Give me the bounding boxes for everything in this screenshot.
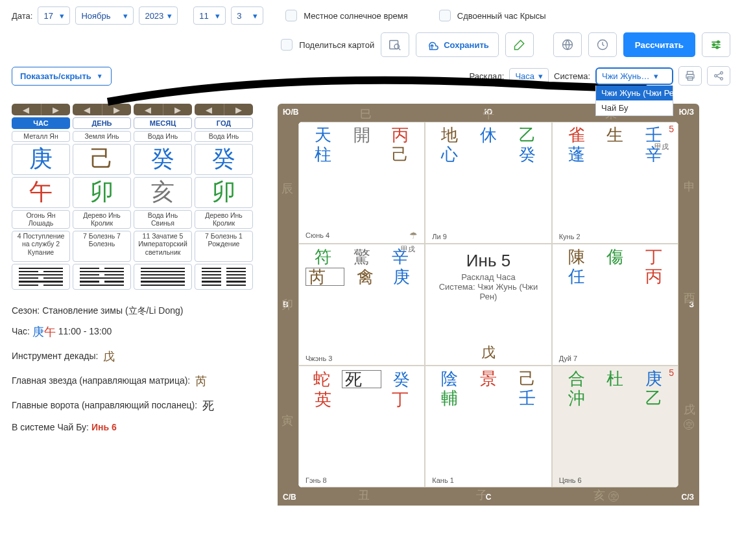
minute-select[interactable]: 3 — [231, 6, 263, 25]
pillar-notes: 11 Зачатие 5 Императорский светильник — [134, 231, 192, 262]
stem-char: 己 — [73, 144, 131, 175]
system-select[interactable]: Чжи Жунь… — [595, 67, 673, 85]
badge: 5 — [669, 124, 674, 134]
svg-point-4 — [717, 41, 719, 43]
day-select[interactable]: 17 — [38, 6, 70, 25]
svg-rect-0 — [390, 41, 398, 49]
pillar-header-hour[interactable]: ЧАС — [12, 117, 70, 129]
pillar-notes: 7 Болезнь 7 Болезнь — [73, 231, 131, 262]
hexagram — [73, 264, 131, 290]
guide-arrow — [121, 67, 461, 85]
system-option[interactable]: Чжи Жунь (Чжи Рен) — [596, 86, 673, 100]
print-icon-button[interactable] — [678, 66, 702, 86]
branch-char: 午 — [12, 177, 70, 208]
date-label: Дата: — [12, 11, 32, 21]
save-button-label: Сохранить — [444, 40, 489, 50]
stem-label: Металл Ян — [12, 131, 70, 142]
qimen-chart: Ю/В Ю/З С/В С/З В З Ю С 巳 午 未 丑 子 亥 空 辰 … — [278, 104, 699, 506]
chevron-down-icon — [253, 11, 257, 21]
pillar-next[interactable]: ▶ — [41, 104, 71, 115]
branch-label: Дерево Инь Кролик — [195, 210, 253, 229]
hexagram — [134, 264, 192, 290]
chevron-down-icon — [60, 11, 64, 21]
year-select[interactable]: 2023 — [139, 6, 178, 25]
hexagram — [12, 264, 70, 290]
share-icon-button[interactable] — [707, 66, 730, 86]
chevron-down-icon — [215, 11, 220, 21]
branch-char: 卯 — [195, 177, 253, 208]
svg-point-5 — [713, 43, 715, 45]
hour-select[interactable]: 11 — [193, 6, 226, 25]
hexagram — [195, 264, 253, 290]
branch-label: Дерево Инь Кролик — [73, 210, 131, 229]
info-panel: Сезон: Становление зимы (立冬/Li Dong) Час… — [12, 301, 258, 438]
svg-rect-7 — [688, 71, 693, 75]
system-option[interactable]: Чай Бу — [596, 100, 673, 115]
palace-kun[interactable]: 5 雀生壬 蓬辛甲戌 Кунь 2 — [552, 122, 678, 244]
palace-kan[interactable]: 陰景己 輔壬 Кань 1 — [425, 366, 551, 487]
branch-label: Огонь Ян Лошадь — [12, 210, 70, 229]
svg-point-6 — [716, 47, 718, 49]
double-rat-hour-checkbox[interactable]: Сдвоенный час Крысы — [439, 10, 546, 21]
palace-dui[interactable]: 陳傷丁 任丙 Дуй 7 — [552, 244, 678, 366]
stem-char: 癸 — [195, 144, 253, 175]
settings-icon-button[interactable] — [702, 32, 730, 57]
month-select[interactable]: Ноябрь — [75, 6, 134, 25]
share-map-checkbox[interactable]: Поделиться картой — [281, 39, 374, 51]
palace-xun[interactable]: 天開丙 柱己 Сюнь 4☂ — [298, 122, 425, 244]
edit-icon-button[interactable] — [505, 32, 534, 57]
save-button[interactable]: Сохранить — [416, 32, 499, 57]
branch-char: 卯 — [73, 177, 131, 208]
pillar-prev[interactable]: ◀ — [12, 104, 41, 115]
pillar-notes: 7 Болезнь 1 Рождение — [195, 231, 253, 262]
local-solar-time-checkbox[interactable]: Местное солнечное время — [285, 10, 407, 21]
palace-li[interactable]: 地休乙 心癸 Ли 9 — [425, 122, 551, 244]
branch-label: Вода Инь Свинья — [134, 210, 192, 229]
calculate-button[interactable]: Рассчитать — [623, 32, 695, 57]
globe-icon-button[interactable] — [553, 32, 582, 57]
umbrella-icon: ☂ — [409, 230, 418, 240]
stem-char: 庚 — [12, 144, 70, 175]
palace-qian[interactable]: 5 合杜庚 沖乙 Цянь 6 — [552, 366, 678, 487]
branch-char: 亥 — [134, 177, 192, 208]
palace-center: Инь 5 Расклад Часа Система: Чжи Жунь (Чж… — [425, 244, 551, 366]
stem-char: 癸 — [134, 144, 192, 175]
clock-icon-button[interactable] — [588, 32, 617, 57]
palace-gen[interactable]: 蛇死癸 英丁 Гэнь 8 — [298, 366, 425, 487]
chevron-down-icon — [654, 71, 658, 81]
chevron-down-icon — [167, 11, 172, 21]
pillar-notes: 4 Поступление на службу 2 Купание — [12, 231, 70, 262]
badge: 5 — [669, 368, 674, 378]
system-dropdown: Чжи Жунь (Чжи Рен) Чай Бу — [595, 86, 673, 116]
inspect-icon-button[interactable] — [381, 32, 409, 57]
chevron-down-icon — [123, 11, 128, 21]
palace-zhen[interactable]: 符驚辛甲戌 芮禽庚 Чжэнь 3 — [298, 244, 425, 366]
